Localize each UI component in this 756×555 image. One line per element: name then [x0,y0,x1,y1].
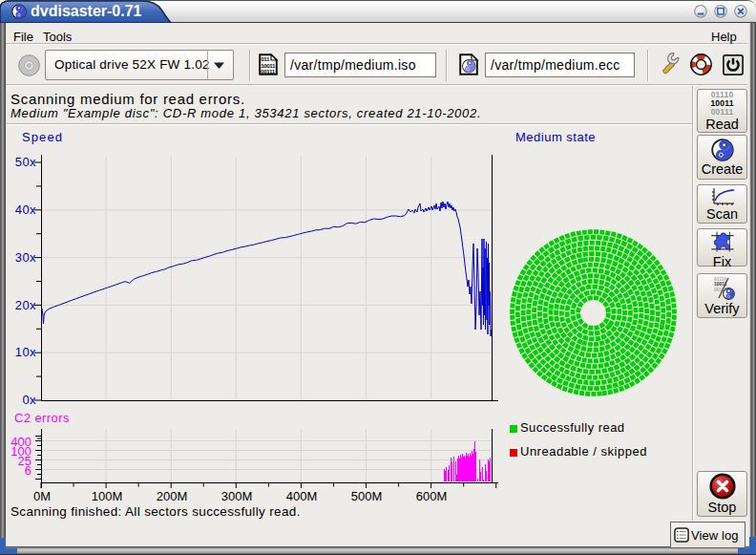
svg-text:00111: 00111 [261,68,275,75]
